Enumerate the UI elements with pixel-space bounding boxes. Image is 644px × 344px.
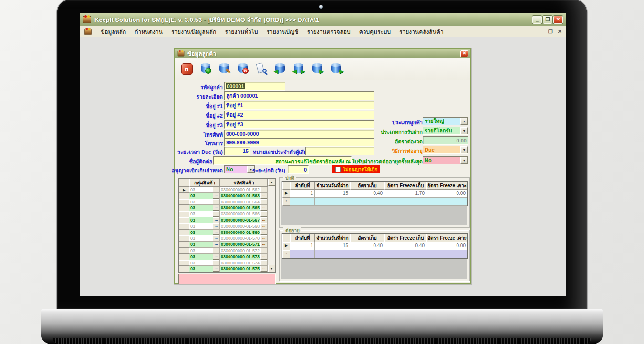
lookup-button[interactable]: ... bbox=[260, 187, 267, 192]
chevron-down-icon[interactable]: ▼ bbox=[460, 146, 468, 153]
mdi-minimize-button[interactable]: _ bbox=[540, 29, 543, 35]
table-row[interactable]: 03... 0300000000-01-571... bbox=[179, 242, 275, 248]
grid-data-row[interactable]: ▶ 1 15 0.40 0.40 0.00 bbox=[282, 242, 467, 250]
lookup-button[interactable]: ... bbox=[260, 223, 267, 229]
allow-overdue-select[interactable]: No ▼ bbox=[224, 165, 255, 173]
menu-item[interactable]: ควบคุมระบบ bbox=[359, 27, 391, 36]
mdi-restore-button[interactable]: ❐ bbox=[548, 29, 553, 35]
chevron-down-icon[interactable]: ▼ bbox=[460, 157, 468, 164]
table-row[interactable]: 03... 0300000000-01-566... bbox=[179, 211, 275, 217]
menu-item[interactable]: กำหนดงาน bbox=[135, 27, 163, 36]
lookup-button[interactable]: ... bbox=[213, 242, 219, 247]
due-days-label: ระยะเวลา Due (วัน) bbox=[177, 148, 223, 156]
lookup-button[interactable]: ... bbox=[213, 199, 219, 205]
lookup-button[interactable]: ... bbox=[213, 230, 219, 235]
normal-days-input[interactable]: 0 bbox=[288, 165, 309, 174]
lookup-button[interactable]: ... bbox=[260, 248, 267, 253]
table-row[interactable]: 03... 0300000000-01-563... bbox=[179, 193, 275, 199]
dialog-close-button[interactable]: ✕ bbox=[460, 50, 468, 57]
lookup-button[interactable]: ... bbox=[213, 266, 219, 272]
customer-code-input[interactable]: 000001 bbox=[224, 82, 285, 91]
lookup-button[interactable]: ... bbox=[213, 235, 219, 241]
renew-method-select[interactable]: Due ▼ bbox=[423, 146, 468, 154]
due-days-input[interactable]: 15 bbox=[224, 147, 250, 155]
chevron-down-icon[interactable]: ▼ bbox=[460, 127, 468, 134]
lookup-button[interactable]: ... bbox=[213, 223, 219, 229]
scroll-down-button[interactable]: ▼ bbox=[268, 265, 275, 272]
deposit-type-select[interactable]: รายกิโลกรัม ▼ bbox=[423, 127, 468, 135]
database-icon: ▶ bbox=[331, 65, 341, 73]
menu-item[interactable]: รายงานคลังสินค้า bbox=[399, 27, 444, 36]
menu-item[interactable]: รายงานข้อมูลหลัก bbox=[171, 27, 216, 36]
grid-new-row[interactable]: * bbox=[282, 250, 467, 258]
grid-new-row[interactable]: * bbox=[282, 198, 467, 206]
tax-id-input[interactable] bbox=[305, 147, 374, 155]
previous-record-button[interactable]: ◀▶ bbox=[291, 61, 306, 77]
address2-input[interactable]: ที่อยู่ #2 bbox=[224, 111, 374, 119]
next-record-button[interactable]: ▶ bbox=[310, 61, 324, 77]
window-title: KeepIt Solution for SM(IL)E. v. 3.0.53 -… bbox=[94, 15, 319, 25]
lookup-button[interactable]: ... bbox=[260, 230, 267, 235]
restore-button[interactable]: ❐ bbox=[543, 16, 552, 24]
lookup-button[interactable]: ... bbox=[260, 260, 267, 266]
lookup-button[interactable]: ... bbox=[260, 205, 267, 211]
customer-type-select[interactable]: รายใหญ่ ▼ bbox=[423, 117, 468, 125]
dialog-title: ข้อมูลลูกค้า bbox=[187, 49, 216, 58]
table-row[interactable]: 03... 0300000000-01-572... bbox=[179, 248, 275, 254]
lookup-button[interactable]: ... bbox=[260, 193, 267, 199]
fax-input[interactable]: 999-999-9999 bbox=[224, 138, 374, 147]
edit-record-button[interactable]: ✎ bbox=[217, 61, 231, 77]
table-row[interactable]: 03... 0300000000-01-570... bbox=[179, 235, 275, 242]
vertical-scrollbar[interactable]: ▲ ▼ bbox=[268, 179, 275, 272]
lookup-button[interactable]: ... bbox=[260, 199, 267, 205]
lookup-button[interactable]: ... bbox=[213, 248, 219, 253]
lookup-button[interactable]: ... bbox=[213, 205, 219, 211]
add-record-button[interactable]: + bbox=[198, 61, 213, 77]
first-record-button[interactable]: ◀ bbox=[273, 61, 287, 77]
lookup-button[interactable]: ... bbox=[213, 260, 219, 266]
lookup-button[interactable]: ... bbox=[260, 242, 267, 247]
address1-input[interactable]: ที่อยู่ #1 bbox=[224, 101, 374, 110]
lookup-button[interactable]: ... bbox=[213, 211, 219, 217]
back-edit-status-select[interactable]: No ▼ bbox=[423, 156, 468, 164]
lookup-button[interactable]: ... bbox=[213, 193, 219, 199]
menu-item[interactable]: ข้อมูลหลัก bbox=[101, 27, 126, 36]
last-record-button[interactable]: ▶ bbox=[329, 61, 343, 77]
grid-data-row[interactable]: ▶ 1 15 0.40 1.70 0.00 bbox=[282, 190, 467, 198]
lookup-button[interactable]: ... bbox=[260, 254, 267, 260]
lookup-button[interactable]: ... bbox=[260, 217, 267, 223]
exit-button[interactable] bbox=[180, 61, 194, 77]
table-row[interactable]: 03... 0300000000-01-569... bbox=[179, 230, 275, 236]
table-row[interactable]: 03... 0300000000-01-564... bbox=[179, 199, 275, 205]
table-row[interactable]: 03... 0300000000-01-565... bbox=[179, 205, 275, 211]
scroll-up-button[interactable]: ▲ bbox=[268, 179, 275, 186]
menu-item[interactable]: รายงานบัญชี bbox=[266, 27, 298, 36]
table-row[interactable]: ▶ 03... 0300000000-01-562... bbox=[179, 187, 275, 193]
table-row[interactable]: 03... 0300000000-01-567... bbox=[179, 217, 275, 223]
lookup-button[interactable]: ... bbox=[260, 235, 267, 241]
search-record-button[interactable] bbox=[254, 61, 269, 77]
delete-record-button[interactable]: ✕ bbox=[236, 61, 250, 77]
table-row[interactable]: 03... 0300000000-01-568... bbox=[179, 223, 275, 230]
lookup-button[interactable]: ... bbox=[260, 266, 267, 272]
menu-item[interactable]: รายงานตรวจสอบ bbox=[307, 27, 350, 36]
description-input[interactable]: ลูกค้า 000001 bbox=[224, 91, 374, 100]
table-row[interactable]: 03... 0300000000-01-573... bbox=[179, 254, 275, 260]
chevron-down-icon[interactable]: ▼ bbox=[460, 118, 468, 125]
laptop-lid: KeepIt Solution for SM(IL)E. v. 3.0.53 -… bbox=[57, 0, 587, 309]
table-row[interactable]: 03... 0300000000-01-575... bbox=[179, 266, 275, 272]
close-button[interactable]: ✕ bbox=[553, 16, 563, 24]
minimize-button[interactable]: _ bbox=[532, 16, 542, 24]
address3-input[interactable]: ที่อยู่ #3 bbox=[224, 120, 374, 129]
phone-input[interactable]: 000-000-0000 bbox=[224, 130, 374, 138]
no-withdraw-checkbox[interactable] bbox=[335, 167, 341, 172]
lookup-button[interactable]: ... bbox=[260, 211, 267, 217]
mdi-close-button[interactable]: ✕ bbox=[558, 29, 562, 35]
table-row[interactable]: 03... 0300000000-01-574... bbox=[179, 260, 275, 266]
deposit-type-label: ประเภทการรับฝาก bbox=[381, 128, 423, 136]
menu-item[interactable]: รายงานทั่วไป bbox=[225, 27, 258, 36]
lookup-button[interactable]: ... bbox=[213, 217, 219, 223]
lookup-button[interactable]: ... bbox=[213, 187, 219, 192]
lookup-button[interactable]: ... bbox=[213, 254, 219, 260]
product-table-header: กลุ่มสินค้า รหัสสินค้า bbox=[179, 179, 275, 187]
